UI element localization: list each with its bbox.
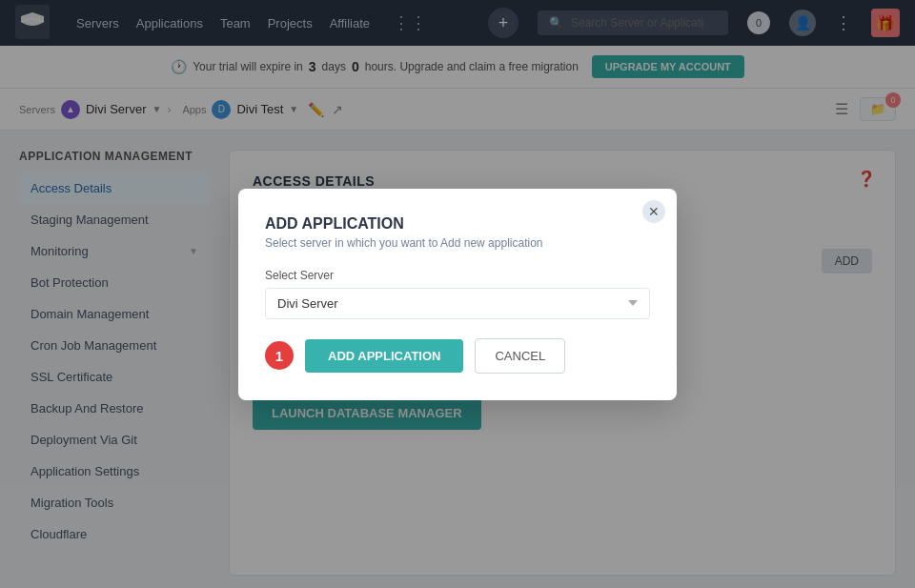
modal-close-button[interactable]: ✕ — [642, 200, 665, 223]
server-select-dropdown[interactable]: Divi Server — [265, 288, 650, 319]
modal-add-button[interactable]: ADD APPLICATION — [305, 339, 463, 373]
modal-title: ADD APPLICATION — [265, 215, 650, 233]
step-badge: 1 — [265, 341, 294, 370]
add-application-modal: ✕ ADD APPLICATION Select server in which… — [238, 189, 677, 400]
modal-cancel-button[interactable]: CANCEL — [475, 338, 565, 374]
modal-subtitle: Select server in which you want to Add n… — [265, 236, 650, 250]
modal-overlay: ✕ ADD APPLICATION Select server in which… — [0, 0, 915, 588]
select-server-label: Select Server — [265, 269, 650, 282]
modal-actions: 1 ADD APPLICATION CANCEL — [265, 338, 650, 374]
